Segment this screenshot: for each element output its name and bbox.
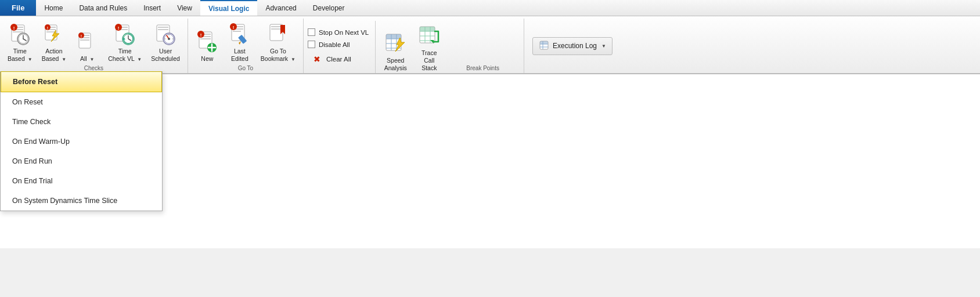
speed-analysis-icon [384,32,407,55]
clear-all-icon: ✖ [312,54,323,64]
new-icon: ! [196,30,219,53]
svg-text:!: ! [200,32,202,38]
svg-rect-79 [420,27,435,31]
menu-bar: File Home Data and Rules Insert View Vis… [0,0,980,16]
trace-call-stack-icon [417,24,441,48]
all-button[interactable]: ! All ▼ [71,27,103,64]
svg-text:!: ! [118,26,120,31]
action-based-icon: ! [42,23,66,46]
ribbon-group-goto: ! New [188,19,304,73]
stop-on-next-vl-checkbox[interactable] [308,28,315,36]
menu-item-visual-logic[interactable]: Visual Logic [200,0,257,16]
dropdown-item-0[interactable]: Before Reset [1,71,162,92]
stop-on-next-vl-label: Stop On Next VL [319,29,369,36]
dropdown-item-2[interactable]: Time Check [1,112,162,132]
svg-text:!: ! [47,26,48,30]
execution-log-label: Execution Log [553,42,597,50]
svg-text:!: ! [233,25,235,30]
go-to-bookmark-icon [266,23,290,46]
disable-all-checkbox[interactable] [308,41,315,48]
svg-point-39 [168,38,170,40]
svg-rect-20 [80,39,89,41]
svg-rect-62 [271,28,282,30]
time-based-icon: ! [8,23,31,46]
go-to-bookmark-label: Go ToBookmark ▼ [261,48,296,62]
trace-call-stack-label: TraceCall Stack [417,49,441,71]
svg-rect-55 [233,31,241,32]
dropdown-menu: Before Reset On Reset Time Check On End … [0,71,163,211]
new-label: New [201,55,213,63]
disable-all-toggle[interactable]: Disable All [307,39,369,49]
user-scheduled-label: UserScheduled [151,48,180,62]
time-check-vl-icon: ! [113,23,136,46]
svg-rect-46 [200,38,211,39]
speed-analysis-button[interactable]: SpeedAnalysis [380,29,410,73]
ribbon-group-checks: ! TimeBased ▼ [0,19,188,73]
speed-analysis-label: SpeedAnalysis [384,57,407,71]
clear-all-button[interactable]: ✖ Clear All [307,52,369,67]
ribbon-buttons-goto: ! New [192,20,300,64]
stop-on-next-vl-toggle[interactable]: Stop On Next VL [307,27,369,37]
svg-rect-3 [13,31,23,32]
menu-item-home[interactable]: Home [36,0,71,16]
last-edited-icon: ! [228,23,251,46]
time-check-vl-button[interactable]: ! TimeCheck VL ▼ [104,20,146,64]
svg-marker-59 [239,41,241,45]
all-label: All ▼ [80,55,95,63]
menu-item-developer[interactable]: Developer [305,0,353,16]
action-based-label: ActionBased ▼ [42,48,67,62]
execution-log-button[interactable]: Execution Log ▼ [532,37,613,55]
menu-item-data-and-rules[interactable]: Data and Rules [71,0,135,16]
user-scheduled-button[interactable]: UserScheduled [147,20,184,64]
dropdown-item-6[interactable]: On System Dynamics Time Slice [1,191,162,211]
time-based-label: TimeBased ▼ [8,48,33,62]
action-based-button[interactable]: ! ActionBased ▼ [38,20,71,64]
dropdown-item-4[interactable]: On End Run [1,151,162,171]
menu-item-insert[interactable]: Insert [135,0,169,16]
svg-text:✖: ✖ [314,55,320,64]
svg-text:!: ! [13,26,15,31]
svg-text:!: ! [81,34,82,38]
ribbon-buttons-checks: ! TimeBased ▼ [3,20,184,64]
time-check-vl-label: TimeCheck VL ▼ [108,48,142,62]
last-edited-label: LastEdited [231,48,248,62]
svg-rect-61 [271,26,282,27]
svg-rect-85 [540,41,548,44]
file-menu-button[interactable]: File [0,0,36,16]
menu-item-view[interactable]: View [169,0,200,16]
dropdown-item-3[interactable]: On End Warm-Up [1,132,162,151]
disable-all-label: Disable All [319,41,350,48]
trace-call-stack-button[interactable]: TraceCall Stack [413,21,445,73]
clear-all-label: Clear All [326,56,351,63]
new-button[interactable]: ! New [192,27,223,64]
all-icon: ! [75,30,99,53]
last-edited-button[interactable]: ! LastEdited [224,20,255,64]
user-scheduled-icon [154,23,177,46]
svg-rect-35 [158,29,168,30]
execution-log-section: Execution Log ▼ [524,19,618,73]
execution-log-icon [539,40,549,52]
time-based-button[interactable]: ! TimeBased ▼ [3,20,37,64]
ribbon-group-breakpoints: Stop On Next VL Disable All ✖ Clear All [304,19,524,73]
goto-group-label: Go To [192,64,300,73]
svg-rect-34 [158,27,168,28]
menu-item-advanced[interactable]: Advanced [257,0,304,16]
breakpoints-group-label: Break Points [445,64,520,73]
ribbon: ! TimeBased ▼ [0,16,980,74]
dropdown-item-5[interactable]: On End Trial [1,171,162,191]
svg-rect-71 [386,34,401,39]
go-to-bookmark-button[interactable]: Go ToBookmark ▼ [257,20,300,64]
execution-log-chevron: ▼ [601,44,606,49]
dropdown-item-1[interactable]: On Reset [1,92,162,112]
